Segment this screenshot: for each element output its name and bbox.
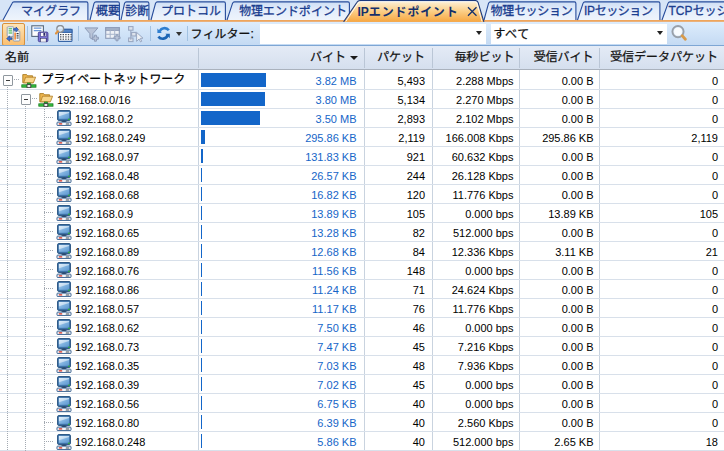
svg-text:TCPセッション: TCPセッション <box>669 1 724 18</box>
svg-text:概要: 概要 <box>96 1 120 18</box>
svg-text:プロトコル: プロトコル <box>161 1 221 18</box>
svg-text:IPセッション: IPセッション <box>584 1 653 18</box>
svg-text:マイグラフ: マイグラフ <box>21 1 81 18</box>
svg-text:IPエンドポイント: IPエンドポイント <box>358 2 459 19</box>
svg-text:診断: 診断 <box>125 1 149 18</box>
svg-text:物理セッション: 物理セッション <box>491 1 573 18</box>
svg-text:物理エンドポイント: 物理エンドポイント <box>239 1 347 18</box>
